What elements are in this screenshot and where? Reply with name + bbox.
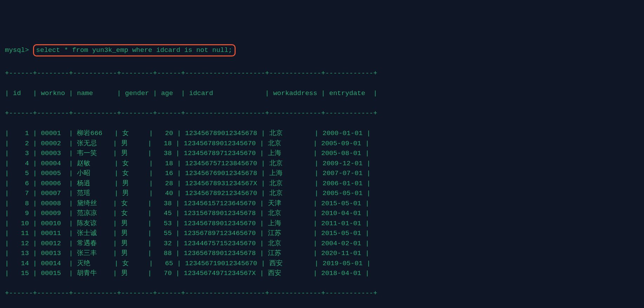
table-border-mid: +------+--------+-----------+--------+--… xyxy=(5,108,639,119)
table-row: | 6 | 00006 | 杨逍 | 男 | 28 | 123456789312… xyxy=(5,179,639,189)
table-row: | 3 | 00003 | 韦一笑 | 男 | 38 | 12345678971… xyxy=(5,148,639,159)
table-row: | 13 | 00013 | 张三丰 | 男 | 88 | 1236567890… xyxy=(5,248,639,259)
table-row: | 2 | 00002 | 张无忌 | 男 | 18 | 12345678901… xyxy=(5,139,639,149)
table-row: | 12 | 00012 | 常遇春 | 男 | 32 | 1234467571… xyxy=(5,239,639,249)
table-border-bot: +------+--------+-----------+--------+--… xyxy=(5,288,639,299)
table-row: | 14 | 00014 | 灭绝 | 女 | 65 | 12345671901… xyxy=(5,259,639,269)
table-row: | 9 | 00009 | 范凉凉 | 女 | 45 | 12315678901… xyxy=(5,208,639,219)
table-row: | 5 | 00005 | 小昭 | 女 | 16 | 123456769012… xyxy=(5,168,639,179)
table-rows-container: | 1 | 00001 | 柳岩666 | 女 | 20 | 123456789… xyxy=(5,128,639,279)
table-row: | 8 | 00008 | 黛绮丝 | 女 | 38 | 12345615712… xyxy=(5,199,639,209)
table-row: | 1 | 00001 | 柳岩666 | 女 | 20 | 123456789… xyxy=(5,128,639,139)
table-header: | id | workno | name | gender | age | id… xyxy=(5,88,639,99)
table-row: | 11 | 00011 | 张士诚 | 男 | 55 | 1235678971… xyxy=(5,228,639,239)
table-border-top: +------+--------+-----------+--------+--… xyxy=(5,68,639,79)
sql-query: select * from yun3k_emp where idcard is … xyxy=(36,46,232,54)
table-row: | 4 | 00004 | 赵敏 | 女 | 18 | 123456757123… xyxy=(5,159,639,169)
sql-query-highlight: select * from yun3k_emp where idcard is … xyxy=(33,44,236,56)
table-row: | 10 | 00010 | 陈友谅 | 男 | 53 | 1234567890… xyxy=(5,219,639,229)
table-row: | 7 | 00007 | 范瑶 | 男 | 40 | 123456789212… xyxy=(5,188,639,199)
table-row: | 15 | 00015 | 胡青牛 | 男 | 70 | 1234567497… xyxy=(5,268,639,279)
mysql-prompt: mysql> xyxy=(5,45,33,55)
sql-prompt-line: mysql> select * from yun3k_emp where idc… xyxy=(5,44,639,56)
